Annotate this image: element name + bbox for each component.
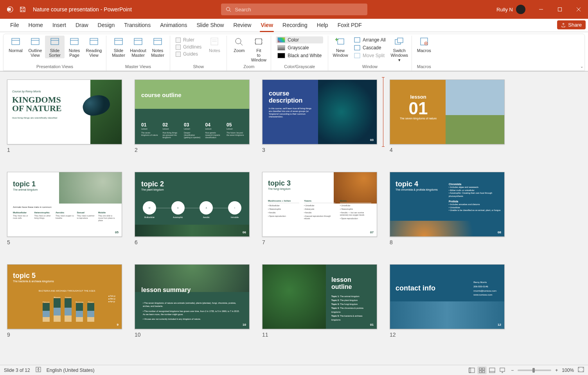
tab-home[interactable]: Home <box>24 18 48 32</box>
group-label-window: Window <box>362 64 378 70</box>
slide-number: 8 <box>390 239 505 245</box>
slide-thumbnail-2[interactable]: course outline01LessonThe seven kingdoms… <box>135 79 250 153</box>
account-label[interactable]: Rully N <box>496 5 525 14</box>
zoom-out-button[interactable]: − <box>511 368 514 373</box>
tab-recording[interactable]: Recording <box>278 18 312 32</box>
pv-slide-sorter-button[interactable]: SlideSorter <box>45 36 65 58</box>
check-gridlines[interactable]: Gridlines <box>176 44 201 50</box>
close-button[interactable] <box>569 0 588 19</box>
tab-design[interactable]: Design <box>93 18 120 32</box>
svg-rect-14 <box>70 38 78 45</box>
slide-number: 5 <box>7 239 122 245</box>
language-label[interactable]: English (United States) <box>47 368 95 373</box>
tab-animations[interactable]: Animations <box>155 18 192 32</box>
group-presentation-views: NormalOutlineViewSlideSorterNotesPageRea… <box>4 36 106 70</box>
pv-outline-view-button[interactable]: OutlineView <box>25 36 45 58</box>
tab-draw[interactable]: Draw <box>71 18 93 32</box>
svg-rect-50 <box>500 368 505 371</box>
svg-rect-43 <box>469 368 471 373</box>
tab-review[interactable]: Review <box>228 18 256 32</box>
new-window-button[interactable]: New Window <box>331 36 350 58</box>
mv-handout-master-button[interactable]: HandoutMaster <box>128 36 148 58</box>
tab-help[interactable]: Help <box>312 18 333 32</box>
check-ruler[interactable]: Ruler <box>176 37 201 43</box>
color-mode-color[interactable]: Color <box>276 36 323 43</box>
slide-number: 11 <box>262 332 377 338</box>
zoom-in-button[interactable]: + <box>555 368 558 373</box>
pv-normal-button[interactable]: Normal <box>6 36 25 54</box>
slide-thumbnail-11[interactable]: lessonoutlineTopic 1: The animal kingdom… <box>262 264 377 338</box>
document-title: Nature course presentation - PowerPoint <box>33 6 132 13</box>
macros-label: Macros <box>417 48 431 53</box>
svg-point-27 <box>236 38 241 44</box>
slide-thumbnail-1[interactable]: Course by Remy MorrisKINGDOMSOF NATUREHo… <box>7 79 122 153</box>
svg-rect-35 <box>354 53 360 58</box>
mv-notes-master-button[interactable]: NotesMaster <box>148 36 167 58</box>
slide-thumbnail-10[interactable]: lesson summary• The seven kingdoms of na… <box>135 264 250 338</box>
pv-reading-view-button[interactable]: ReadingView <box>84 36 104 58</box>
minimize-button[interactable] <box>532 0 550 19</box>
macros-button[interactable]: Macros <box>414 36 434 54</box>
slide-thumbnail-12[interactable]: contact infoRemy Morris206-555-0146rmorr… <box>390 264 505 338</box>
slide-thumbnail-3[interactable]: coursedescriptionIn this course, we'll l… <box>262 79 377 153</box>
slide-number: 10 <box>135 332 250 338</box>
fit-to-window-button[interactable] <box>578 367 584 373</box>
svg-rect-22 <box>154 38 162 45</box>
slide-thumbnail-9[interactable]: topic 5The bacteria & archaea kingdomsBA… <box>7 264 122 338</box>
svg-rect-37 <box>397 38 403 43</box>
normal-view-button[interactable] <box>467 366 477 374</box>
svg-rect-1 <box>7 8 11 11</box>
slide-number: 2 <box>135 147 250 153</box>
mv-slide-master-button[interactable]: SlideMaster <box>109 36 128 58</box>
zoom-slider[interactable] <box>518 370 551 371</box>
group-window: New Window Arrange AllCascadeMove Split … <box>328 36 412 70</box>
svg-rect-47 <box>482 371 485 373</box>
search-box[interactable] <box>221 4 367 15</box>
slide-sorter-area[interactable]: Course by Remy MorrisKINGDOMSOF NATUREHo… <box>0 71 588 365</box>
color-mode-black-and-white[interactable]: Black and White <box>276 52 323 59</box>
notes-button[interactable]: Notes <box>205 36 224 54</box>
save-icon[interactable] <box>19 5 27 13</box>
svg-rect-10 <box>31 38 39 45</box>
window-cascade[interactable]: Cascade <box>352 44 387 51</box>
tab-transitions[interactable]: Transitions <box>119 18 155 32</box>
check-guides[interactable]: Guides <box>176 51 201 57</box>
group-label-zoom: Zoom <box>243 64 254 70</box>
slide-thumbnail-5[interactable]: topic 1The animal kingdomAnimals have th… <box>7 172 122 245</box>
svg-rect-42 <box>469 368 475 373</box>
slide-thumbnail-4[interactable]: lesson01The seven kingdoms of nature4 <box>390 79 505 153</box>
tab-insert[interactable]: Insert <box>48 18 71 32</box>
collapse-ribbon-icon[interactable]: ⌄ <box>580 64 583 69</box>
slide-number: 6 <box>135 239 250 245</box>
zoom-fit-to-window-button[interactable]: Fitto Window <box>249 36 268 63</box>
slide-number: 1 <box>7 147 122 153</box>
zoom-zoom-button[interactable]: Zoom <box>229 36 249 54</box>
share-button[interactable]: Share <box>557 20 586 29</box>
slide-thumbnail-8[interactable]: topic 4The chromista & protista kingdoms… <box>390 172 505 245</box>
reading-view-button[interactable] <box>487 366 497 374</box>
slide-thumbnail-7[interactable]: topic 3The fungi kingdomMushrooms + lich… <box>262 172 377 245</box>
slideshow-view-button[interactable] <box>498 366 507 374</box>
svg-rect-18 <box>115 38 122 45</box>
accessibility-icon[interactable] <box>36 367 41 373</box>
svg-rect-45 <box>482 368 485 370</box>
search-input[interactable] <box>235 7 363 13</box>
window-arrange-all[interactable]: Arrange All <box>352 36 387 43</box>
color-mode-grayscale[interactable]: Grayscale <box>276 44 323 51</box>
svg-rect-34 <box>354 45 360 50</box>
tab-slide-show[interactable]: Slide Show <box>192 18 228 32</box>
group-master-views: SlideMasterHandoutMasterNotesMaster Mast… <box>106 36 170 70</box>
ribbon-tabs: FileHomeInsertDrawDesignTransitionsAnima… <box>0 19 588 32</box>
slide-thumbnail-6[interactable]: topic 2The plant kingdomMAAIMulticellula… <box>135 172 250 245</box>
group-label-color: Color/Grayscale <box>284 64 315 70</box>
slide-sorter-view-button[interactable] <box>477 366 487 374</box>
tab-foxit-pdf[interactable]: Foxit PDF <box>333 18 367 32</box>
maximize-button[interactable] <box>550 0 569 19</box>
zoom-level[interactable]: 100% <box>562 368 574 373</box>
tab-view[interactable]: View <box>256 18 278 32</box>
tab-file[interactable]: File <box>5 18 24 32</box>
group-color-grayscale: ColorGrayscaleBlack and White Color/Gray… <box>271 36 328 70</box>
switch-windows-button[interactable]: Switch Windows ▾ <box>390 36 409 63</box>
pv-notes-page-button[interactable]: NotesPage <box>65 36 84 58</box>
group-label-master-views: Master Views <box>125 64 151 70</box>
